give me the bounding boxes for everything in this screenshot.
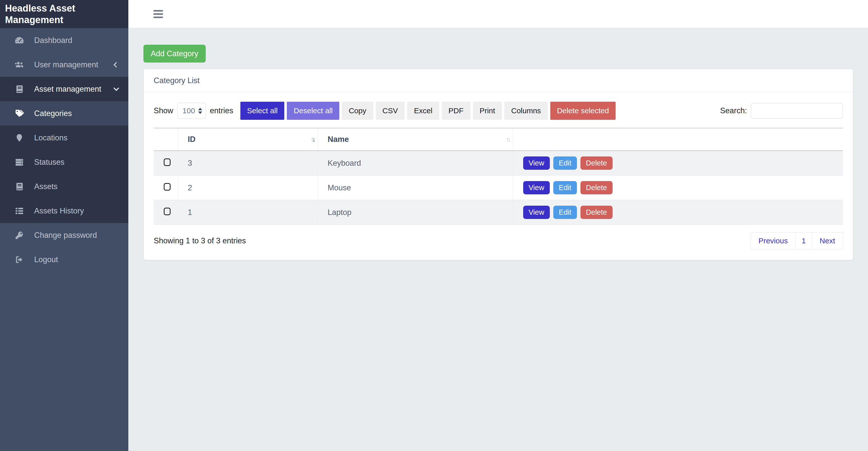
page-number-button[interactable]: 1: [796, 232, 812, 249]
sidebar-item-dashboard[interactable]: Dashboard: [0, 28, 128, 53]
sidebar-item-assets-history[interactable]: Assets History: [0, 199, 128, 223]
book-icon: [13, 182, 26, 192]
sidebar-item-assets[interactable]: Assets: [0, 174, 128, 199]
next-page-button[interactable]: Next: [812, 232, 843, 249]
cell-name: Mouse: [317, 175, 513, 200]
key-icon: [13, 230, 26, 240]
copy-button[interactable]: Copy: [342, 102, 373, 120]
header-id[interactable]: ID ↑↓: [178, 128, 317, 151]
table-row: 3 Keyboard View Edit Delete: [154, 151, 843, 175]
row-checkbox[interactable]: [164, 183, 170, 191]
sidebar-item-statuses[interactable]: Statuses: [0, 150, 128, 174]
search-label: Search:: [720, 106, 747, 115]
sidebar-item-categories[interactable]: Categories: [0, 101, 128, 126]
show-label: Show: [154, 106, 173, 115]
card-header: Category List: [144, 69, 853, 92]
tags-icon: [13, 108, 26, 119]
sidebar-item-label: Locations: [34, 133, 118, 142]
sign-out-icon: [13, 255, 26, 265]
sidebar-item-asset-management[interactable]: Asset management: [0, 77, 128, 101]
page-size-select[interactable]: 100: [177, 103, 206, 119]
toolbar-left: Show 100 entries Select all Deselect all…: [154, 102, 616, 120]
header-id-label: ID: [188, 135, 196, 143]
app-title: Headless Asset Management: [0, 0, 128, 28]
edit-button[interactable]: Edit: [553, 156, 577, 170]
sidebar-item-label: Change password: [34, 231, 118, 240]
sort-icon: ↑↓: [311, 136, 314, 143]
previous-page-button[interactable]: Previous: [751, 232, 796, 249]
row-checkbox[interactable]: [164, 158, 170, 166]
category-list-card: Category List Show 100 entries Select al…: [144, 69, 853, 260]
header-actions-column: [513, 128, 843, 151]
select-arrows-icon: [198, 108, 202, 114]
add-category-button[interactable]: Add Category: [144, 45, 206, 63]
entries-label: entries: [210, 106, 233, 115]
search-area: Search:: [720, 103, 843, 119]
server-icon: [13, 157, 26, 167]
table-header-row: ID ↑↓ Name ↑↓: [154, 128, 843, 151]
sidebar: Headless Asset Management Dashboard User…: [0, 0, 128, 451]
sidebar-item-label: Asset management: [34, 85, 114, 94]
sidebar-item-user-management[interactable]: User management: [0, 53, 128, 77]
sidebar-nav: Dashboard User management Asset manageme…: [0, 28, 128, 272]
delete-button[interactable]: Delete: [581, 181, 613, 194]
sidebar-item-label: Categories: [34, 109, 118, 118]
page-size-value: 100: [183, 106, 195, 115]
sidebar-item-locations[interactable]: Locations: [0, 126, 128, 150]
view-button[interactable]: View: [523, 156, 550, 170]
table-row: 1 Laptop View Edit Delete: [154, 200, 843, 225]
datatable-toolbar: Show 100 entries Select all Deselect all…: [154, 102, 843, 120]
cell-id: 2: [178, 175, 317, 200]
deselect-all-button[interactable]: Deselect all: [287, 102, 339, 120]
asset-management-group: Asset management Categories Locations: [0, 77, 128, 223]
sidebar-item-label: Assets: [34, 182, 118, 191]
card-title: Category List: [154, 76, 200, 85]
cell-id: 3: [178, 151, 317, 175]
category-table: ID ↑↓ Name ↑↓ 3: [154, 128, 843, 225]
sidebar-item-label: Dashboard: [34, 36, 118, 45]
sidebar-item-label: Statuses: [34, 158, 118, 167]
delete-selected-button[interactable]: Delete selected: [550, 102, 616, 120]
search-input[interactable]: [751, 103, 843, 119]
row-checkbox[interactable]: [164, 208, 170, 215]
chevron-left-icon: [114, 62, 119, 68]
excel-button[interactable]: Excel: [407, 102, 439, 120]
map-marker-icon: [13, 133, 26, 143]
header-checkbox-column: [154, 128, 178, 151]
list-icon: [13, 206, 26, 216]
sidebar-item-label: User management: [34, 60, 114, 69]
sidebar-item-logout[interactable]: Logout: [0, 247, 128, 272]
table-row: 2 Mouse View Edit Delete: [154, 175, 843, 200]
pagination: Previous 1 Next: [751, 232, 843, 249]
cell-id: 1: [178, 200, 317, 225]
select-all-button[interactable]: Select all: [240, 102, 285, 120]
users-icon: [13, 60, 26, 70]
csv-button[interactable]: CSV: [376, 102, 405, 120]
sidebar-item-change-password[interactable]: Change password: [0, 223, 128, 247]
datatable-buttons: Select all Deselect all Copy CSV Excel P…: [238, 102, 616, 120]
print-button[interactable]: Print: [473, 102, 502, 120]
card-body: Show 100 entries Select all Deselect all…: [144, 92, 853, 260]
sort-icon: ↑↓: [506, 136, 509, 143]
hamburger-menu-icon[interactable]: [153, 10, 163, 18]
delete-button[interactable]: Delete: [581, 156, 613, 170]
sidebar-item-label: Assets History: [34, 206, 118, 216]
delete-button[interactable]: Delete: [581, 206, 613, 219]
entries-info: Showing 1 to 3 of 3 entries: [154, 236, 246, 245]
columns-button[interactable]: Columns: [504, 102, 548, 120]
book-icon: [13, 84, 26, 94]
gauge-icon: [13, 35, 26, 45]
view-button[interactable]: View: [523, 181, 550, 194]
datatable-footer: Showing 1 to 3 of 3 entries Previous 1 N…: [154, 232, 843, 249]
cell-name: Keyboard: [317, 151, 513, 175]
edit-button[interactable]: Edit: [553, 181, 577, 194]
content: Add Category Category List Show 100 entr…: [128, 28, 868, 451]
header-name[interactable]: Name ↑↓: [317, 128, 513, 151]
top-navbar: [128, 0, 868, 28]
pdf-button[interactable]: PDF: [442, 102, 470, 120]
sidebar-item-label: Logout: [34, 255, 118, 264]
view-button[interactable]: View: [523, 206, 550, 219]
edit-button[interactable]: Edit: [553, 206, 577, 219]
main-area: Add Category Category List Show 100 entr…: [128, 0, 868, 451]
chevron-down-icon: [114, 85, 119, 91]
